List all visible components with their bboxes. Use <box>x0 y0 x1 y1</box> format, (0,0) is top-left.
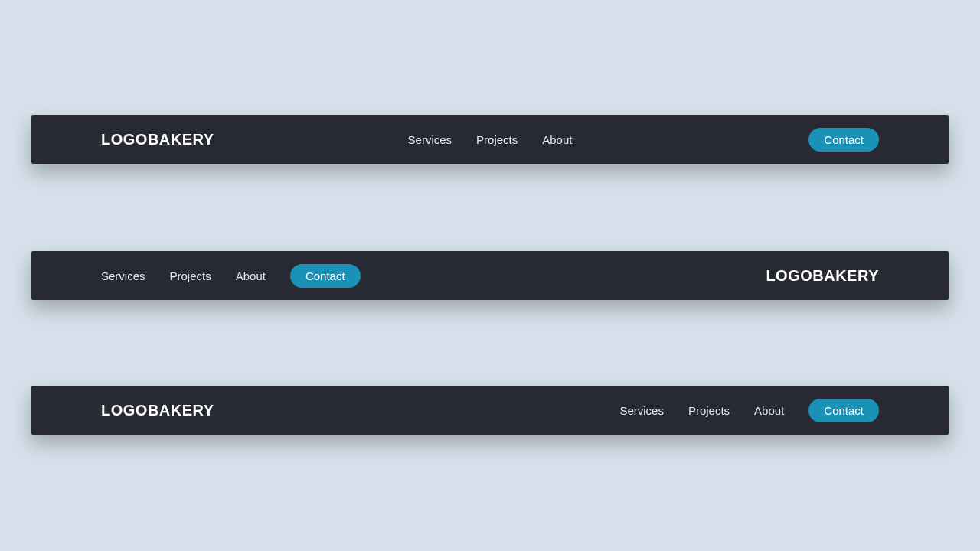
navbar-variant-1: LOGOBAKERY Services Projects About Conta… <box>31 115 949 164</box>
nav-projects[interactable]: Projects <box>476 133 518 146</box>
nav-projects[interactable]: Projects <box>170 269 211 282</box>
nav-services[interactable]: Services <box>408 133 452 146</box>
contact-button[interactable]: Contact <box>808 128 879 152</box>
nav-services[interactable]: Services <box>619 404 664 417</box>
navbar-variant-3: LOGOBAKERY Services Projects About Conta… <box>31 386 949 435</box>
brand-logo[interactable]: LOGOBAKERY <box>101 402 214 419</box>
contact-button[interactable]: Contact <box>808 399 879 422</box>
nav-about[interactable]: About <box>754 404 784 417</box>
navbar-variant-2: Services Projects About Contact LOGOBAKE… <box>31 251 949 300</box>
nav-projects[interactable]: Projects <box>688 404 730 417</box>
contact-button[interactable]: Contact <box>290 264 361 288</box>
brand-logo[interactable]: LOGOBAKERY <box>101 131 214 148</box>
nav-links: Services Projects About <box>408 133 573 146</box>
layout-examples: LOGOBAKERY Services Projects About Conta… <box>0 0 980 551</box>
nav-about[interactable]: About <box>236 269 266 282</box>
nav-links: Services Projects About Contact <box>619 399 879 422</box>
brand-logo[interactable]: LOGOBAKERY <box>766 267 879 285</box>
nav-services[interactable]: Services <box>101 269 145 282</box>
nav-about[interactable]: About <box>542 133 572 146</box>
nav-links: Services Projects About Contact <box>101 264 361 288</box>
